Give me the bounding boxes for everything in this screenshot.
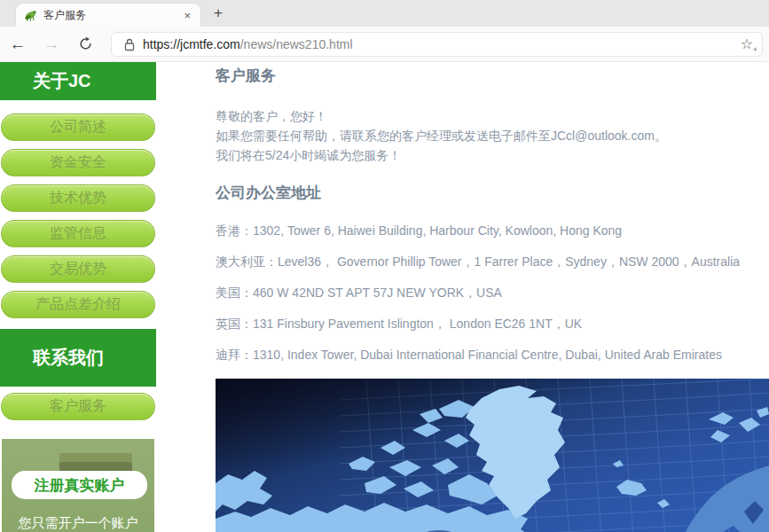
sidebar-section-about-jc: 关于JC <box>0 62 156 100</box>
refresh-icon <box>78 36 93 51</box>
refresh-button[interactable] <box>72 36 98 51</box>
address-hong-kong: 香港：1302, Tower 6, Haiwei Building, Harbo… <box>216 223 769 238</box>
new-tab-button[interactable]: + <box>207 3 230 24</box>
address-list: 香港：1302, Tower 6, Haiwei Building, Harbo… <box>216 223 769 362</box>
browser-window: 客户服务 × + ← → https://jcmtfe.com/news/new… <box>0 0 769 532</box>
back-button[interactable]: ← <box>4 35 31 52</box>
tab-strip: 客户服务 × + <box>0 0 769 27</box>
sidebar-section-contact-us: 联系我们 <box>0 329 156 387</box>
sidebar: 关于JC 公司简述 资金安全 技术优势 监管信息 交易优势 产品点差介绍 联系我… <box>0 62 156 532</box>
register-real-account-button[interactable]: 注册真实账户 <box>12 471 147 499</box>
lock-icon <box>124 38 135 51</box>
url-host: https://jcmtfe.com <box>143 37 240 51</box>
tab-close-icon[interactable]: × <box>181 10 193 21</box>
office-address-title: 公司办公室地址 <box>216 186 769 200</box>
url-path: /news/news210.html <box>240 37 353 51</box>
star-add-favorite-icon[interactable]: ☆+ <box>741 37 753 51</box>
sidebar-item-trading-advantage[interactable]: 交易优势 <box>1 255 155 283</box>
promo-caption: 您只需开户一个账户 <box>2 515 154 532</box>
main-content: 客户服务 尊敬的客户，您好！如果您需要任何帮助，请联系您的客户经理或发送电子邮件… <box>156 62 769 532</box>
grasshopper-favicon-icon <box>23 8 37 22</box>
page-title: 客户服务 <box>216 69 769 83</box>
browser-toolbar: ← → https://jcmtfe.com/news/news210.html… <box>0 27 769 62</box>
sidebar-item-tech-advantage[interactable]: 技术优势 <box>1 184 155 212</box>
sidebar-nav: 公司简述 资金安全 技术优势 监管信息 交易优势 产品点差介绍 <box>0 113 156 318</box>
world-map-image <box>216 379 769 532</box>
address-australia: 澳大利亚：Level36， Governor Phillip Tower，1 F… <box>216 254 769 269</box>
sidebar-item-fund-safety[interactable]: 资金安全 <box>1 149 155 176</box>
sidebar-promo-banner: 注册真实账户 您只需开户一个账户 <box>2 439 154 532</box>
sidebar-item-company-overview[interactable]: 公司简述 <box>1 113 155 141</box>
forward-button: → <box>38 35 65 52</box>
address-bar[interactable]: https://jcmtfe.com/news/news210.html ☆+ <box>111 32 763 57</box>
tab-title: 客户服务 <box>43 8 181 23</box>
sidebar-item-customer-service[interactable]: 客户服务 <box>1 393 155 420</box>
address-uk: 英国：131 Finsbury Pavement Islington， Lond… <box>216 317 769 331</box>
sidebar-item-regulatory-info[interactable]: 监管信息 <box>1 220 155 247</box>
sidebar-item-product-spreads[interactable]: 产品点差介绍 <box>1 291 155 318</box>
tab-customer-service[interactable]: 客户服务 × <box>16 4 200 27</box>
address-usa: 美国：460 W 42ND ST APT 57J NEW YORK，USA <box>216 286 769 300</box>
greeting-paragraph: 尊敬的客户，您好！如果您需要任何帮助，请联系您的客户经理或发送电子邮件至JCcl… <box>216 106 769 165</box>
address-dubai: 迪拜：1310, Index Tower, Dubai Internationa… <box>216 348 769 362</box>
page-content: 关于JC 公司简述 资金安全 技术优势 监管信息 交易优势 产品点差介绍 联系我… <box>0 62 769 532</box>
